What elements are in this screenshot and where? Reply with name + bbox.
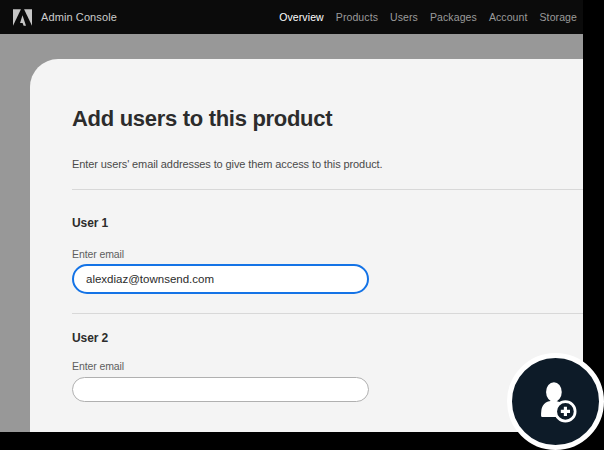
user2-label: User 2 xyxy=(72,331,108,345)
add-user-icon xyxy=(533,379,579,425)
page-description: Enter users' email addresses to give the… xyxy=(72,157,382,171)
user1-label: User 1 xyxy=(72,216,108,230)
nav-item-account[interactable]: Account xyxy=(489,11,528,23)
user2-email-label: Enter email xyxy=(72,360,124,372)
nav-item-users[interactable]: Users xyxy=(390,11,418,23)
add-users-card: Add users to this product Enter users' e… xyxy=(30,59,583,432)
nav-item-storage[interactable]: Storage xyxy=(540,11,577,23)
user1-email-label: Enter email xyxy=(72,248,124,260)
app-title: Admin Console xyxy=(41,11,117,23)
admin-console-page: Admin Console Overview Products Users Pa… xyxy=(0,0,583,432)
user1-email-input[interactable] xyxy=(72,264,369,294)
nav-item-packages[interactable]: Packages xyxy=(430,11,477,23)
user2-email-input[interactable] xyxy=(72,377,369,402)
top-nav-bar: Admin Console Overview Products Users Pa… xyxy=(0,0,583,34)
app-window: Admin Console Overview Products Users Pa… xyxy=(0,0,604,450)
adobe-logo-icon xyxy=(13,9,32,26)
nav-item-overview[interactable]: Overview xyxy=(279,11,324,23)
page-title: Add users to this product xyxy=(72,106,332,132)
primary-nav: Overview Products Users Packages Account… xyxy=(279,11,583,23)
divider xyxy=(72,189,583,190)
add-user-fab[interactable] xyxy=(507,353,604,450)
divider xyxy=(72,313,583,314)
nav-item-products[interactable]: Products xyxy=(336,11,378,23)
brand: Admin Console xyxy=(0,9,117,26)
